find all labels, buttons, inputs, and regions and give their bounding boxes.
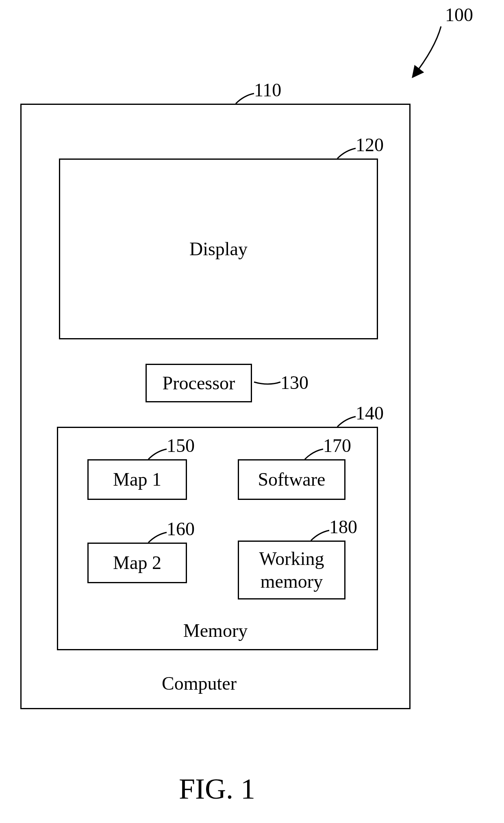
- map2-label: Map 2: [113, 552, 161, 574]
- ref-110: 110: [254, 79, 281, 101]
- ref-170: 170: [323, 435, 351, 456]
- processor-box: Processor: [146, 364, 252, 402]
- ref-180: 180: [329, 516, 357, 538]
- software-box: Software: [238, 459, 345, 500]
- display-label: Display: [189, 238, 248, 260]
- processor-label: Processor: [163, 372, 235, 394]
- memory-label: Memory: [175, 620, 256, 641]
- working-memory-label: Working memory: [259, 547, 324, 592]
- display-box: Display: [59, 159, 378, 339]
- ref-160: 160: [167, 518, 195, 540]
- ref-150: 150: [167, 435, 195, 456]
- figure-canvas: Computer Display Processor Memory Map 1 …: [0, 0, 504, 823]
- arrow-100: [400, 24, 449, 81]
- ref-140: 140: [356, 402, 384, 424]
- ref-130: 130: [280, 372, 308, 393]
- figure-caption: FIG. 1: [179, 772, 255, 806]
- software-label: Software: [258, 468, 325, 491]
- working-memory-box: Working memory: [238, 541, 345, 599]
- ref-120: 120: [356, 134, 384, 156]
- map1-label: Map 1: [113, 468, 161, 491]
- computer-label: Computer: [154, 673, 244, 694]
- map1-box: Map 1: [87, 459, 187, 500]
- map2-box: Map 2: [87, 543, 187, 583]
- ref-100: 100: [445, 4, 473, 26]
